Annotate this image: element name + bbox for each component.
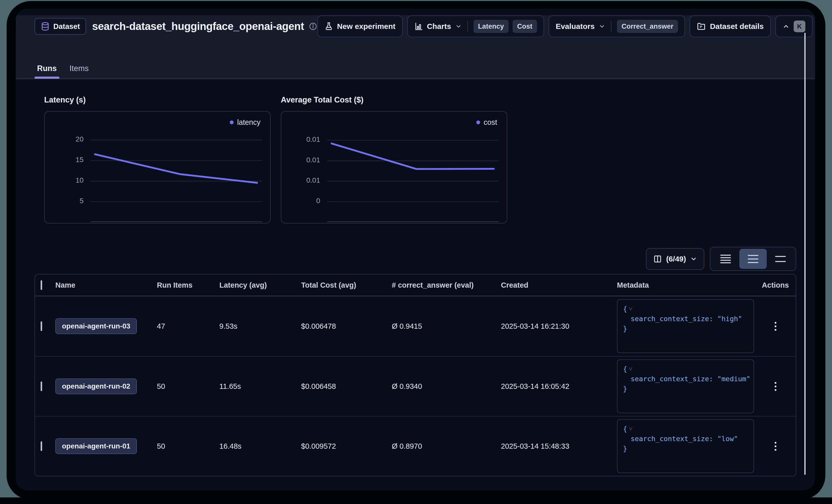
info-icon[interactable]: [309, 22, 317, 31]
evaluators-menu-button[interactable]: Evaluators Correct_answer: [549, 16, 685, 37]
table-row: openai-agent-run-02 50 11.65s $0.006458 …: [35, 356, 796, 416]
page-title: search-dataset_huggingface_openai-agent: [92, 20, 304, 32]
tab-items-label: Items: [70, 64, 89, 73]
eval-score-value: Ø 0.9415: [392, 322, 501, 331]
active-tab-underline: [34, 77, 59, 79]
row-height-small-option[interactable]: [712, 249, 739, 269]
divider: [467, 21, 468, 32]
app-window: Dataset search-dataset_huggingface_opena…: [16, 9, 815, 490]
toolbar: Dataset search-dataset_huggingface_opena…: [34, 15, 805, 37]
y-tick-label: 0.01: [292, 136, 320, 144]
new-experiment-button[interactable]: New experiment: [317, 16, 403, 37]
tab-items[interactable]: Items: [67, 60, 92, 79]
row-height-toggle: [710, 247, 796, 271]
created-timestamp: 2025-03-14 15:48:33: [501, 442, 617, 450]
rows-large-icon: [775, 256, 786, 262]
rows-small-icon: [720, 255, 731, 263]
new-experiment-label: New experiment: [337, 22, 395, 31]
metadata-expand-icon[interactable]: ˅: [629, 365, 632, 373]
metadata-expand-icon[interactable]: ˅: [629, 305, 632, 313]
charts-menu-label: Charts: [427, 22, 451, 31]
select-all-checkbox[interactable]: [41, 280, 42, 290]
chevron-down-icon: [455, 23, 462, 30]
created-timestamp: 2025-03-14 16:05:42: [501, 382, 617, 391]
dataset-badge-label: Dataset: [53, 22, 80, 31]
run-items-value: 47: [157, 322, 219, 331]
cost-chart: Average Total Cost ($) cost 0.010.010.01…: [281, 95, 507, 223]
latency-value: 16.48s: [219, 442, 301, 450]
latency-value: 11.65s: [219, 382, 301, 391]
metadata-json-box[interactable]: {˅ search_context_size: "medium" }: [617, 359, 754, 413]
cost-chart-chip[interactable]: Cost: [513, 20, 537, 33]
folder-icon: [697, 22, 706, 31]
divider: [611, 21, 612, 32]
row-checkbox[interactable]: [41, 441, 42, 451]
json-close-brace: }: [623, 444, 748, 453]
row-height-large-option[interactable]: [767, 249, 794, 269]
chevron-down-icon: [690, 255, 697, 262]
chevron-down-icon: [599, 23, 605, 30]
latency-line: [95, 154, 257, 183]
columns-icon: [653, 254, 662, 263]
metadata-json-box[interactable]: {˅ search_context_size: "high" }: [617, 299, 754, 353]
table-row: openai-agent-run-01 50 16.48s $0.009572 …: [35, 416, 796, 476]
dataset-details-label: Dataset details: [710, 22, 764, 31]
y-tick-label: 20: [56, 135, 83, 143]
column-header-latency: Latency (avg): [219, 281, 301, 289]
y-tick-label: 5: [56, 197, 83, 205]
total-cost-value: $0.006458: [301, 382, 392, 391]
desktop-background: Dataset search-dataset_huggingface_opena…: [0, 0, 832, 504]
shortcut-key-k: K: [794, 21, 805, 32]
column-visibility-button[interactable]: (6/49): [646, 248, 704, 270]
column-header-name: Name: [55, 281, 157, 289]
latency-chart-card: latency 2015105: [44, 111, 271, 223]
row-checkbox[interactable]: [41, 382, 42, 391]
row-actions-kebab[interactable]: [775, 442, 776, 451]
row-checkbox[interactable]: [41, 321, 42, 331]
vertical-scrollbar[interactable]: [804, 33, 806, 475]
table-controls: (6/49): [34, 247, 796, 271]
runs-table: Name Run Items Latency (avg) Total Cost …: [34, 274, 796, 476]
latency-value: 9.53s: [219, 322, 301, 331]
cost-chart-card: cost 0.010.010.010: [281, 111, 507, 223]
column-count-label: (6/49): [666, 255, 686, 263]
column-header-metadata: Metadata: [617, 281, 759, 289]
latency-chart-title: Latency (s): [44, 95, 271, 105]
json-line: search_context_size: "low": [623, 434, 748, 444]
charts-section: Latency (s) latency 2015105 Average Tota…: [16, 79, 815, 223]
dataset-details-button[interactable]: Dataset details: [690, 16, 771, 37]
y-tick-label: 0.01: [292, 176, 320, 185]
run-name-badge[interactable]: openai-agent-run-03: [55, 318, 137, 334]
json-close-brace: }: [623, 384, 748, 394]
y-tick-label: 0.01: [292, 156, 320, 164]
y-tick-label: 15: [56, 156, 83, 164]
run-items-value: 50: [157, 382, 219, 391]
top-bar: Dataset search-dataset_huggingface_opena…: [16, 15, 815, 79]
tab-runs-label: Runs: [37, 64, 57, 73]
latency-chart-chip[interactable]: Latency: [473, 20, 509, 33]
row-actions-kebab[interactable]: [775, 322, 776, 331]
metadata-expand-icon[interactable]: ˅: [629, 425, 632, 433]
run-name-badge[interactable]: openai-agent-run-02: [55, 379, 137, 394]
metadata-json-box[interactable]: {˅ search_context_size: "low" }: [617, 419, 754, 473]
run-name-badge[interactable]: openai-agent-run-01: [55, 438, 137, 454]
json-open-brace: {: [623, 365, 627, 373]
row-actions-kebab[interactable]: [775, 382, 776, 391]
cost-line: [332, 144, 494, 169]
bottom-edge-bar: [0, 497, 832, 504]
json-open-brace: {: [623, 305, 627, 313]
toolbar-right-group: New experiment Charts Latency Cost: [317, 16, 815, 37]
column-header-actions: Actions: [759, 281, 796, 289]
rows-medium-icon: [748, 255, 758, 263]
table-header-row: Name Run Items Latency (avg) Total Cost …: [35, 275, 796, 296]
column-header-run-items: Run Items: [157, 281, 219, 289]
tab-runs[interactable]: Runs: [34, 60, 59, 79]
row-height-medium-option[interactable]: [739, 249, 767, 269]
json-line: search_context_size: "high": [623, 314, 748, 324]
flask-icon: [324, 22, 333, 31]
total-cost-value: $0.006478: [301, 322, 392, 331]
correct-answer-evaluator-chip[interactable]: Correct_answer: [617, 20, 678, 33]
charts-menu-button[interactable]: Charts Latency Cost: [407, 16, 544, 37]
evaluators-menu-label: Evaluators: [556, 22, 595, 31]
previous-run-button[interactable]: K: [775, 16, 812, 37]
